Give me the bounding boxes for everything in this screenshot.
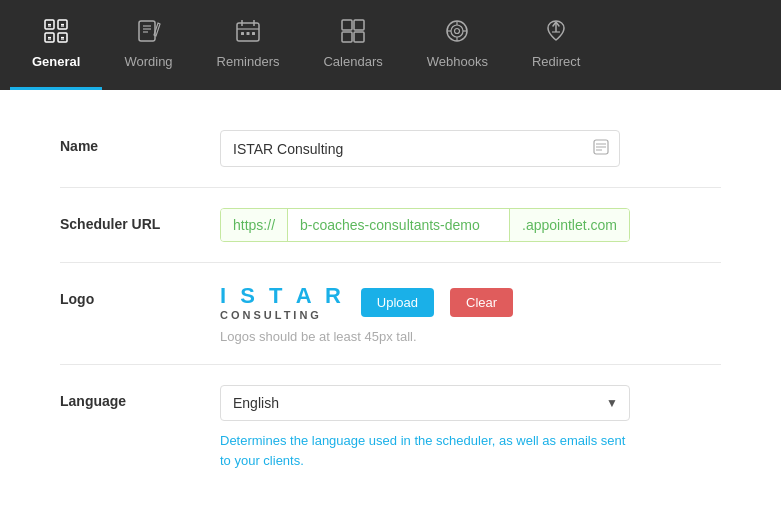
svg-rect-21 bbox=[247, 32, 250, 35]
text-input-icon bbox=[583, 131, 619, 166]
url-wrapper: https:// b-coaches-consultants-demo .app… bbox=[220, 208, 630, 242]
nav-item-reminders[interactable]: Reminders bbox=[195, 0, 302, 90]
redirect-icon bbox=[543, 18, 569, 48]
nav-label-redirect: Redirect bbox=[532, 54, 580, 69]
nav-label-reminders: Reminders bbox=[217, 54, 280, 69]
logo-content: I S T A R CONSULTING Upload Clear bbox=[220, 283, 721, 321]
reminders-icon bbox=[235, 18, 261, 48]
nav-item-redirect[interactable]: Redirect bbox=[510, 0, 602, 90]
logo-text-top: I S T A R bbox=[220, 283, 345, 309]
name-control bbox=[220, 130, 721, 167]
nav-item-wording[interactable]: Wording bbox=[102, 0, 194, 90]
svg-rect-24 bbox=[354, 20, 364, 30]
webhooks-icon bbox=[444, 18, 470, 48]
nav-label-wording: Wording bbox=[124, 54, 172, 69]
nav-item-webhooks[interactable]: Webhooks bbox=[405, 0, 510, 90]
nav-label-webhooks: Webhooks bbox=[427, 54, 488, 69]
name-input[interactable] bbox=[221, 133, 583, 165]
nav-item-general[interactable]: General bbox=[10, 0, 102, 90]
svg-rect-22 bbox=[252, 32, 255, 35]
language-label: Language bbox=[60, 385, 220, 409]
name-input-wrapper bbox=[220, 130, 620, 167]
logo-hint: Logos should be at least 45px tall. bbox=[220, 329, 721, 344]
svg-rect-23 bbox=[342, 20, 352, 30]
logo-row: Logo I S T A R CONSULTING Upload Clear L… bbox=[60, 263, 721, 365]
name-label: Name bbox=[60, 130, 220, 154]
scheduler-url-control: https:// b-coaches-consultants-demo .app… bbox=[220, 208, 721, 242]
language-row: Language English French Spanish German P… bbox=[60, 365, 721, 490]
svg-rect-12 bbox=[139, 21, 155, 41]
name-row: Name bbox=[60, 110, 721, 188]
nav-item-calendars[interactable]: Calendars bbox=[301, 0, 404, 90]
istar-logo: I S T A R CONSULTING bbox=[220, 283, 345, 321]
language-hint: Determines the language used in the sche… bbox=[220, 431, 630, 470]
nav-label-general: General bbox=[32, 54, 80, 69]
scheduler-url-row: Scheduler URL https:// b-coaches-consult… bbox=[60, 188, 721, 263]
svg-rect-26 bbox=[354, 32, 364, 42]
logo-text-bottom: CONSULTING bbox=[220, 309, 345, 321]
upload-button[interactable]: Upload bbox=[361, 288, 434, 317]
logo-control: I S T A R CONSULTING Upload Clear Logos … bbox=[220, 283, 721, 344]
nav-label-calendars: Calendars bbox=[323, 54, 382, 69]
general-icon bbox=[43, 18, 69, 48]
calendars-icon bbox=[340, 18, 366, 48]
svg-point-28 bbox=[451, 25, 463, 37]
url-slug[interactable]: b-coaches-consultants-demo bbox=[288, 209, 509, 241]
top-nav: General Wording Remind bbox=[0, 0, 781, 90]
language-control: English French Spanish German Portuguese… bbox=[220, 385, 721, 470]
logo-label: Logo bbox=[60, 283, 220, 307]
main-content: Name Scheduler URL https:// b-coa bbox=[0, 90, 781, 527]
language-select[interactable]: English French Spanish German Portuguese bbox=[220, 385, 630, 421]
scheduler-url-label: Scheduler URL bbox=[60, 208, 220, 232]
clear-button[interactable]: Clear bbox=[450, 288, 513, 317]
svg-rect-25 bbox=[342, 32, 352, 42]
wording-icon bbox=[136, 18, 162, 48]
url-prefix: https:// bbox=[221, 209, 288, 241]
svg-rect-20 bbox=[241, 32, 244, 35]
svg-point-29 bbox=[455, 29, 460, 34]
url-domain: .appointlet.com bbox=[509, 209, 629, 241]
language-select-wrapper: English French Spanish German Portuguese… bbox=[220, 385, 630, 421]
